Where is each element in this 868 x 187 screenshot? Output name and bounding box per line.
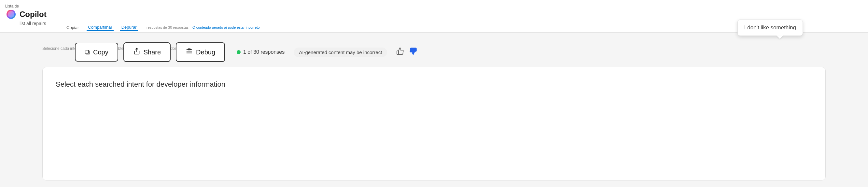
thumbs-down-button[interactable] [408, 46, 418, 58]
logo-top-label: Lista de [5, 4, 19, 8]
meta-row: respostas de 30 respostas O conteúdo ger… [147, 25, 260, 29]
tooltip-dislike: I don't like something [738, 20, 803, 36]
feedback-buttons [395, 46, 418, 58]
top-nav: Copiar Compartilhar Depurar [65, 24, 138, 31]
ai-badge: AI-generated content may be incorrect [294, 48, 387, 57]
copy-label: Copy [93, 49, 108, 56]
thumbs-up-button[interactable] [395, 46, 405, 58]
actions-row: ⧉ Copy Share Debug 1 of 30 responses AI-… [0, 42, 868, 62]
copilot-title: Copilot [20, 10, 46, 18]
green-dot-icon [237, 50, 241, 54]
logo-row: Copilot [5, 8, 46, 20]
debug-button[interactable]: Debug [176, 42, 225, 62]
share-label: Share [144, 49, 161, 56]
nav-share[interactable]: Compartilhar [87, 24, 113, 31]
response-status: 1 of 30 responses [237, 49, 284, 55]
meta-responses-text: respostas de 30 respostas [147, 25, 188, 29]
copilot-logo-icon [5, 8, 17, 20]
logo-area: Lista de Copilot list all repairs [5, 4, 46, 26]
main-content-text: Select each searched intent for develope… [56, 80, 225, 88]
response-count: 1 of 30 responses [243, 49, 284, 55]
copy-button[interactable]: ⧉ Copy [75, 43, 118, 62]
nav-debug[interactable]: Depurar [120, 24, 138, 31]
debug-label: Debug [196, 49, 215, 56]
share-button[interactable]: Share [123, 42, 170, 62]
copy-icon: ⧉ [85, 48, 90, 56]
nav-copy[interactable]: Copiar [65, 25, 80, 31]
debug-icon [186, 48, 193, 57]
list-all-repairs-label: list all repairs [5, 21, 46, 26]
meta-ai-warning: O conteúdo gerado ai pode estar incorret… [192, 25, 260, 29]
main-content-area: Select each searched intent for develope… [42, 67, 826, 181]
share-icon [133, 48, 140, 57]
tooltip-text: I don't like something [744, 25, 796, 31]
